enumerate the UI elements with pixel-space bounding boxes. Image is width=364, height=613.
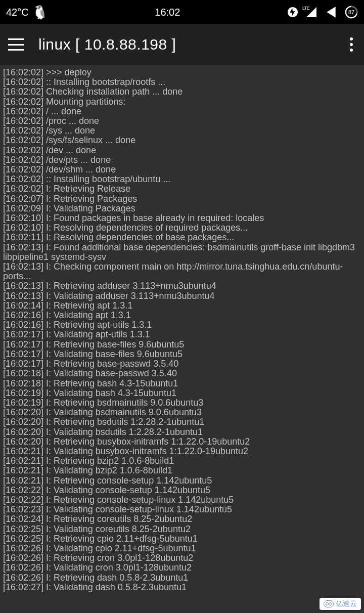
log-line: [16:02:17] I: Validating base-files 9.6u…	[3, 349, 361, 359]
battery-percent: 87	[345, 6, 358, 19]
back-triangle-icon	[325, 6, 338, 19]
log-line: [16:02:07] I: Retrieving Packages	[3, 194, 361, 204]
log-line: [16:02:14] I: Retrieving apt 1.3.1	[3, 301, 361, 311]
log-line: [16:02:17] I: Retrieving base-files 9.6u…	[3, 340, 361, 349]
log-line: [16:02:13] I: Validating adduser 3.113+n…	[3, 291, 361, 301]
log-line: [16:02:21] I: Retrieving console-setup 1…	[3, 476, 361, 486]
log-line: [16:02:26] I: Validating cron 3.0pl1-128…	[3, 563, 361, 573]
log-line: [16:02:21] I: Validating bzip2 1.0.6-8bu…	[3, 466, 361, 475]
log-line: [16:02:21] I: Retrieving bzip2 1.0.6-8bu…	[3, 456, 361, 466]
log-line: [16:02:17] I: Retrieving base-passwd 3.5…	[3, 359, 361, 369]
log-line: [16:02:02] / ... done	[3, 107, 361, 116]
log-line: [16:02:24] I: Retrieving coreutils 8.25-…	[3, 514, 361, 524]
log-line: [16:02:23] I: Validating console-setup-l…	[3, 505, 361, 514]
log-line: [16:02:22] I: Validating console-setup 1…	[3, 486, 361, 495]
log-line: [16:02:02] /dev/pts ... done	[3, 155, 361, 165]
log-line: [16:02:19] I: Retrieving bsdmainutils 9.…	[3, 398, 361, 408]
log-line: [16:02:26] I: Retrieving dash 0.5.8-2.3u…	[3, 573, 361, 583]
log-line: [16:02:26] I: Validating cpio 2.11+dfsg-…	[3, 544, 361, 553]
log-line: [16:02:10] I: Resolving dependencies of …	[3, 223, 361, 233]
log-line: [16:02:16] I: Validating apt 1.3.1	[3, 311, 361, 320]
signal-icon: LTE	[305, 6, 317, 18]
app-title: linux [ 10.8.88.198 ]	[38, 36, 336, 53]
log-line: [16:02:10] I: Found packages in base alr…	[3, 213, 361, 223]
watermark: 亿速云	[320, 598, 361, 610]
log-line: [16:02:02] /proc ... done	[3, 116, 361, 126]
log-line: [16:02:26] I: Retrieving cron 3.0pl1-128…	[3, 553, 361, 563]
log-line: [16:02:02] :: Installing bootstrap/rootf…	[3, 77, 361, 87]
app-bar: linux [ 10.8.88.198 ]	[0, 24, 364, 65]
log-line: [16:02:17] I: Validating apt-utils 1.3.1	[3, 330, 361, 339]
bolt-icon	[287, 7, 298, 18]
status-left: 42°C 🐧	[6, 5, 48, 20]
penguin-icon: 🐧	[32, 5, 48, 20]
log-line: [16:02:02] Checking installation path ..…	[3, 87, 361, 97]
log-line: [16:02:25] I: Validating coreutils 8.25-…	[3, 524, 361, 534]
log-line: [16:02:13] I: Found additional base depe…	[3, 243, 361, 262]
log-line: [16:02:18] I: Validating base-passwd 3.5…	[3, 369, 361, 378]
status-bar: 42°C 🐧 16:02 LTE 87	[0, 0, 364, 24]
log-line: [16:02:27] I: Validating dash 0.5.8-2.3u…	[3, 583, 361, 592]
log-line: [16:02:20] I: Validating bsdmainutils 9.…	[3, 408, 361, 417]
log-line: [16:02:09] I: Validating Packages	[3, 204, 361, 213]
log-line: [16:02:02] >>> deploy	[3, 68, 361, 77]
log-line: [16:02:21] I: Validating busybox-initram…	[3, 447, 361, 456]
log-line: [16:02:20] I: Validating bsdutils 1:2.28…	[3, 427, 361, 437]
terminal-output[interactable]: [16:02:02] >>> deploy[16:02:02] :: Insta…	[0, 65, 364, 595]
log-line: [16:02:02] I: Retrieving Release	[3, 184, 361, 194]
cloud-icon	[324, 600, 334, 607]
status-right: LTE 87	[287, 6, 358, 19]
log-line: [16:02:02] /dev/shm ... done	[3, 165, 361, 174]
lte-label: LTE	[302, 6, 309, 11]
more-options-button[interactable]	[350, 37, 353, 52]
log-line: [16:02:18] I: Retrieving bash 4.3-15ubun…	[3, 379, 361, 388]
battery-icon: 87	[345, 6, 358, 19]
status-time: 16:02	[48, 7, 287, 18]
log-line: [16:02:20] I: Retrieving busybox-initram…	[3, 437, 361, 447]
log-line: [16:02:22] I: Retrieving console-setup-l…	[3, 495, 361, 505]
log-line: [16:02:16] I: Retrieving apt-utils 1.3.1	[3, 320, 361, 330]
menu-button[interactable]	[8, 38, 24, 51]
log-line: [16:02:02] :: Installing bootstrap/ubunt…	[3, 174, 361, 184]
temperature-label: 42°C	[6, 7, 29, 18]
log-line: [16:02:02] Mounting partitions:	[3, 97, 361, 107]
log-line: [16:02:02] /sys ... done	[3, 126, 361, 136]
log-line: [16:02:19] I: Validating bash 4.3-15ubun…	[3, 388, 361, 398]
log-line: [16:02:11] I: Resolving dependencies of …	[3, 233, 361, 242]
watermark-text: 亿速云	[336, 599, 357, 608]
log-line: [16:02:20] I: Retrieving bsdutils 1:2.28…	[3, 417, 361, 427]
log-line: [16:02:25] I: Retrieving cpio 2.11+dfsg-…	[3, 534, 361, 544]
log-line: [16:02:02] /dev ... done	[3, 146, 361, 155]
log-line: [16:02:13] I: Retrieving adduser 3.113+n…	[3, 281, 361, 291]
log-line: [16:02:13] I: Checking component main on…	[3, 262, 361, 281]
log-line: [16:02:02] /sys/fs/selinux ... done	[3, 136, 361, 145]
